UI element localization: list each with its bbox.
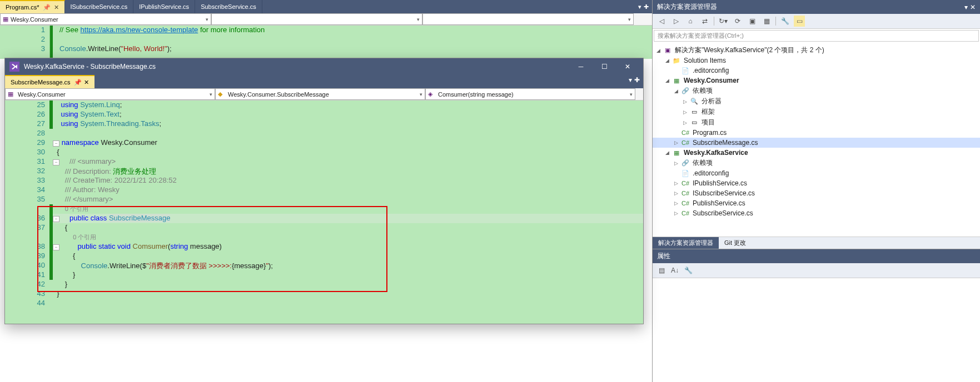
tab-solution-explorer[interactable]: 解决方案资源管理器 (653, 237, 719, 249)
method-icon: ◈ (428, 91, 436, 98)
expand-icon[interactable]: ◢ (673, 88, 679, 94)
line-gutter: 25 26 27 28 29 30 31 32 33 34 35 36 37 3… (5, 100, 49, 324)
dropdown-value: Wesky.Consumer (18, 91, 66, 98)
window-title: Wesky.KafkaService - SubscribeMessage.cs (24, 63, 156, 71)
expand-icon[interactable]: ▷ (673, 200, 679, 206)
switch-view-button[interactable]: ⇄ (699, 16, 710, 27)
tab-label: Git 更改 (724, 239, 746, 246)
namespace-dropdown[interactable]: ▦ Wesky.Consumer ▾ (5, 88, 215, 100)
background-nav-dropdowns: ▦ Wesky.Consumer ▾ ▾ ▾ (0, 13, 652, 26)
back-button[interactable]: ◁ (656, 16, 667, 27)
float-code-editor[interactable]: 25 26 27 28 29 30 31 32 33 34 35 36 37 3… (5, 100, 643, 324)
expand-icon[interactable]: ▷ (681, 99, 688, 104)
tab-program[interactable]: Program.cs* 📌 ✕ (0, 0, 65, 13)
file-publish-service[interactable]: ▷ C# PublishService.cs (653, 198, 980, 208)
expand-icon[interactable]: ▷ (673, 160, 679, 166)
namespace-dropdown[interactable]: ▦ Wesky.Consumer ▾ (0, 13, 211, 25)
csharp-project-icon: ▦ (672, 76, 681, 85)
file-isubscribe-service[interactable]: ▷ C# ISubscribeService.cs (653, 188, 980, 198)
dropdown-value: Comsumer(string message) (438, 91, 514, 98)
properties-wrench-button[interactable]: 🔧 (683, 265, 694, 276)
panel-title[interactable]: 属性 (653, 249, 980, 263)
file-ipublish-service[interactable]: ▷ C# IPublishService.cs (653, 178, 980, 188)
solution-node[interactable]: ◢ ▣ 解决方案"Wesky.KafkaService"(2 个项目，共 2 个… (653, 45, 980, 56)
tab-isubscribe[interactable]: ISubscribeService.cs (65, 0, 134, 13)
expand-icon[interactable]: ▷ (673, 190, 679, 196)
window-titlebar[interactable]: Wesky.KafkaService - SubscribeMessage.cs… (5, 58, 643, 75)
solution-icon: ▣ (663, 46, 672, 55)
categorized-button[interactable]: ▤ (656, 265, 667, 276)
folder-solution-items[interactable]: ◢ 📁 Solution Items (653, 56, 980, 66)
right-panel: 解决方案资源管理器 ▾ ✕ ◁ ▷ ⌂ ⇄ ↻▾ ⟳ ▣ ▦ 🔧 ▭ (652, 0, 980, 382)
file-program[interactable]: C# Program.cs (653, 128, 980, 138)
panel-title[interactable]: 解决方案资源管理器 ▾ ✕ (653, 0, 980, 14)
maximize-button[interactable]: ☐ (593, 59, 615, 74)
project-kafka-service[interactable]: ◢ ▦ Wesky.KafkaService (653, 148, 980, 158)
project-consumer[interactable]: ◢ ▦ Wesky.Consumer (653, 76, 980, 86)
class-dropdown[interactable]: ◆ Wesky.Consumer.SubscribeMessage ▾ (215, 88, 425, 100)
expand-icon[interactable]: ◢ (655, 48, 661, 53)
code-content: // See https://aka.ms/new-console-templa… (53, 26, 265, 59)
file-editorconfig-2[interactable]: 📄 .editorconfig (653, 168, 980, 178)
properties-button[interactable]: 🔧 (779, 16, 790, 27)
expand-icon[interactable]: ▷ (681, 120, 688, 125)
close-button[interactable]: ✕ (616, 59, 639, 74)
pin-icon[interactable]: 📌 (43, 4, 51, 11)
expand-icon[interactable]: ◢ (664, 58, 670, 63)
alphabetical-button[interactable]: A↓ (669, 265, 680, 276)
add-icon[interactable]: ✚ (634, 76, 640, 87)
properties-toolbar: ▤ A↓ 🔧 (653, 263, 980, 278)
frameworks-node[interactable]: ▷ ▭ 框架 (653, 107, 980, 117)
show-all-button[interactable]: ▦ (761, 16, 772, 27)
solution-tree[interactable]: ◢ ▣ 解决方案"Wesky.KafkaService"(2 个项目，共 2 个… (653, 43, 980, 237)
projects-node[interactable]: ▷ ▭ 项目 (653, 117, 980, 128)
dependencies-node[interactable]: ◢ 🔗 依赖项 (653, 86, 980, 96)
close-icon[interactable]: ✕ (54, 4, 59, 11)
preview-button[interactable]: ▭ (794, 16, 805, 27)
close-icon[interactable]: ✕ (84, 79, 89, 86)
dropdown-icon[interactable]: ▾ (964, 3, 968, 11)
analyzers-node[interactable]: ▷ 🔍 分析器 (653, 96, 980, 107)
add-icon[interactable]: ✚ (644, 3, 649, 11)
line-gutter: 1 2 3 (0, 26, 50, 59)
fold-icon[interactable]: − (53, 140, 59, 147)
tab-ipublish[interactable]: IPublishService.cs (133, 0, 195, 13)
node-label: 依赖项 (692, 158, 713, 168)
fold-icon[interactable]: − (53, 244, 59, 250)
background-code-editor[interactable]: 1 2 3 // See https://aka.ms/new-console-… (0, 26, 652, 59)
tab-subscribe-message[interactable]: SubscribeMessage.cs 📌 ✕ (5, 75, 94, 88)
fold-icon[interactable]: − (53, 216, 59, 222)
collapse-button[interactable]: ▣ (747, 16, 758, 27)
expand-icon[interactable]: ▷ (673, 180, 679, 186)
csharp-file-icon: C# (681, 189, 690, 198)
expand-icon[interactable]: ▷ (673, 210, 679, 216)
expand-icon[interactable]: ▷ (681, 109, 688, 115)
tab-subscribe-service[interactable]: SubscribeService.cs (195, 0, 262, 13)
dependencies-node-2[interactable]: ▷ 🔗 依赖项 (653, 158, 980, 168)
file-editorconfig[interactable]: 📄 .editorconfig (653, 66, 980, 76)
member-dropdown[interactable]: ◈ Comsumer(string message) ▾ (425, 88, 635, 100)
home-button[interactable]: ⌂ (685, 16, 696, 27)
member-dropdown[interactable]: ▾ (422, 13, 634, 25)
refresh-button[interactable]: ↻▾ (718, 16, 729, 27)
forward-button[interactable]: ▷ (670, 16, 681, 27)
solution-search-input[interactable]: 搜索解决方案资源管理器(Ctrl+;) (654, 30, 979, 42)
close-icon[interactable]: ✕ (970, 3, 976, 11)
minimize-button[interactable]: ─ (570, 59, 592, 74)
node-label: Wesky.KafkaService (683, 149, 748, 157)
pin-icon[interactable]: 📌 (74, 79, 82, 86)
expand-icon[interactable]: ▷ (673, 140, 679, 145)
file-subscribe-service[interactable]: ▷ C# SubscribeService.cs (653, 208, 980, 218)
file-subscribe-message[interactable]: ▷ C# SubscribeMessage.cs (653, 138, 980, 148)
fold-icon[interactable]: − (53, 159, 59, 165)
dropdown-icon[interactable]: ▾ (629, 76, 632, 87)
dropdown-icon[interactable]: ▾ (638, 3, 641, 11)
tab-label: SubscribeMessage.cs (11, 79, 71, 86)
expand-icon[interactable]: ◢ (664, 78, 670, 83)
dependencies-icon: 🔗 (681, 87, 690, 96)
tab-label: Program.cs* (6, 4, 39, 11)
sync-button[interactable]: ⟳ (732, 16, 743, 27)
expand-icon[interactable]: ◢ (664, 150, 670, 155)
tab-git-changes[interactable]: Git 更改 (719, 237, 752, 249)
class-dropdown[interactable]: ▾ (211, 13, 422, 25)
